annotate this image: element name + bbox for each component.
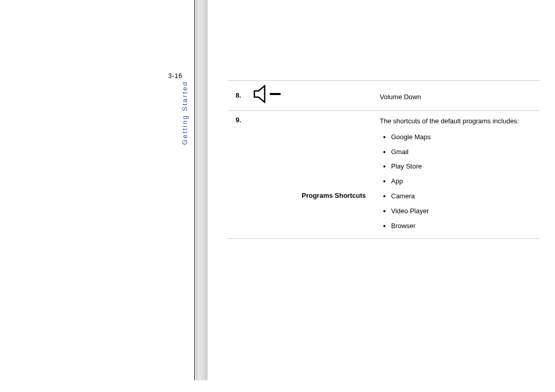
section-title: Getting Started bbox=[181, 81, 189, 145]
spine-shade bbox=[195, 0, 208, 380]
shortcut-list: Google Maps Gmail Play Store App Camera … bbox=[380, 130, 537, 234]
table-row: 8. Volume Down bbox=[228, 81, 540, 111]
list-item: Camera bbox=[391, 189, 537, 204]
svg-marker-0 bbox=[254, 86, 265, 102]
row-icon-cell bbox=[249, 111, 299, 239]
list-item: Play Store bbox=[391, 159, 537, 174]
feature-table: 8. Volume Down 9. Pr bbox=[228, 80, 540, 239]
list-item: Video Player bbox=[391, 204, 537, 219]
list-item: Browser bbox=[391, 219, 537, 234]
row-intro: The shortcuts of the default programs in… bbox=[380, 116, 537, 127]
page: 3-16 Getting Started 8. bbox=[0, 0, 555, 392]
row-number: 9. bbox=[228, 111, 249, 239]
row-description: The shortcuts of the default programs in… bbox=[377, 111, 540, 239]
spine-line bbox=[194, 0, 195, 380]
row-description: Volume Down bbox=[377, 81, 540, 111]
list-item: Gmail bbox=[391, 145, 537, 160]
row-icon-cell bbox=[249, 81, 377, 111]
list-item: App bbox=[391, 174, 537, 189]
volume-down-icon bbox=[252, 85, 284, 105]
table-row: 9. Programs Shortcuts The shortcuts of t… bbox=[228, 111, 540, 239]
page-number: 3-16 bbox=[168, 72, 182, 80]
row-number: 8. bbox=[228, 81, 249, 111]
list-item: Google Maps bbox=[391, 130, 537, 145]
row-label: Programs Shortcuts bbox=[299, 111, 377, 239]
content-area: 8. Volume Down 9. Pr bbox=[228, 80, 540, 239]
